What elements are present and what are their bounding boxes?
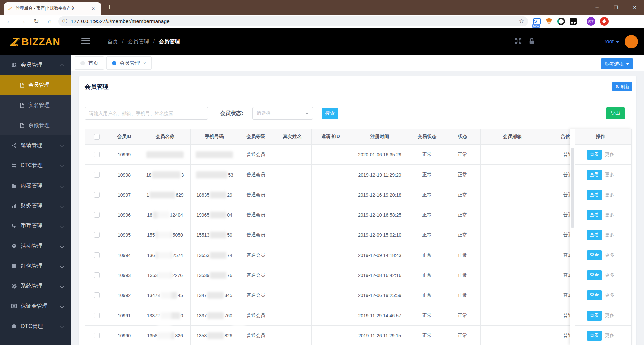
more-link[interactable]: 更多 (605, 172, 614, 178)
sidebar-item-invite-manage[interactable]: 邀请管理 (0, 135, 71, 155)
tag-home[interactable]: 首页 (75, 56, 104, 70)
chevron-down-icon (61, 323, 63, 329)
action-cell: 查看更多 (570, 225, 632, 245)
user-avatar[interactable] (625, 35, 638, 48)
new-tab-button[interactable]: + (107, 3, 112, 11)
search-button[interactable]: 搜索 (322, 108, 338, 119)
sidebar-item-ctc-manage[interactable]: CTC管理 (0, 155, 71, 176)
row-checkbox[interactable] (94, 252, 100, 258)
fullscreen-icon[interactable] (515, 37, 522, 46)
file-icon (19, 102, 25, 108)
profile-avatar[interactable]: 贤军 (587, 17, 595, 26)
more-link[interactable]: 更多 (605, 252, 614, 258)
address-bar[interactable]: ⓘ 127.0.0.1:9527/#/member/membermanage ☆ (58, 16, 528, 26)
row-checkbox[interactable] (94, 333, 100, 338)
more-link[interactable]: 更多 (605, 192, 614, 198)
inviter-id (312, 305, 350, 325)
row-checkbox[interactable] (94, 152, 100, 157)
more-link[interactable]: 更多 (605, 152, 614, 158)
briefcase-icon (11, 324, 17, 329)
user-menu[interactable]: root (604, 39, 619, 45)
bookmark-star-icon[interactable]: ☆ (519, 18, 524, 25)
sidebar-item-otc-manage[interactable]: OTC管理 (0, 316, 71, 336)
sidebar-item-activity-manage[interactable]: 活动管理 (0, 236, 71, 256)
sidebar-item-content-manage[interactable]: 内容管理 (0, 176, 71, 196)
reload-icon[interactable]: ↻ (30, 17, 43, 25)
sidebar-item-redpacket-manage[interactable]: 红包管理 (0, 256, 71, 276)
member-email (481, 245, 544, 265)
restore-button[interactable]: ❐ (606, 5, 625, 10)
more-link[interactable]: 更多 (605, 272, 614, 278)
sidebar-subitem-member-manage[interactable]: 会员管理 (0, 75, 71, 95)
search-input[interactable] (85, 107, 208, 120)
sidebar-item-margin-manage[interactable]: 保证金管理 (0, 296, 71, 316)
view-button[interactable]: 查看 (587, 190, 602, 200)
view-button[interactable]: 查看 (587, 230, 602, 240)
metamask-fox-icon[interactable] (545, 18, 553, 25)
partner-level: 普通 (544, 205, 570, 225)
bizzan-logo[interactable]: Z BIZZAN (0, 28, 71, 55)
tag-options-button[interactable]: 标签选项 (601, 58, 633, 69)
select-all-checkbox[interactable] (94, 134, 100, 140)
site-info-icon[interactable]: ⓘ (62, 18, 67, 24)
more-link[interactable]: 更多 (605, 313, 614, 319)
view-button[interactable]: 查看 (587, 270, 602, 280)
member-name: 1555050 (140, 225, 191, 245)
row-checkbox[interactable] (94, 313, 100, 318)
close-window-button[interactable]: ✕ (625, 5, 644, 10)
view-button[interactable]: 查看 (587, 170, 602, 180)
browser-tab[interactable]: Z 管理后台 - 币严|全球数字资产交 ✕ (4, 2, 101, 15)
status-select[interactable]: 请选择 (252, 107, 313, 120)
minimize-button[interactable]: ─ (588, 5, 606, 10)
view-button[interactable]: 查看 (587, 210, 602, 220)
breadcrumb-home[interactable]: 首页 (107, 38, 118, 45)
row-checkbox[interactable] (94, 232, 100, 238)
lock-icon[interactable] (528, 37, 535, 46)
member-name (140, 145, 191, 164)
extension-s-icon[interactable]: S New (533, 18, 541, 25)
trade-status: 正常 (410, 165, 444, 185)
tag-close-icon[interactable]: × (143, 61, 146, 66)
row-checkbox[interactable] (94, 192, 100, 198)
tag-member-manage[interactable]: 会员管理 × (106, 56, 152, 70)
menu-toggle-icon[interactable] (81, 38, 90, 44)
view-button[interactable]: 查看 (587, 290, 602, 300)
chevron-down-icon (61, 263, 63, 269)
status: 正常 (444, 165, 481, 185)
row-checkbox[interactable] (94, 172, 100, 178)
view-button[interactable]: 查看 (587, 250, 602, 260)
partner-level: 普通 (544, 326, 570, 345)
sidebar-subitem-realname-manage[interactable]: 实名管理 (0, 95, 71, 115)
view-button[interactable]: 查看 (587, 150, 602, 160)
table-scrollbar-thumb[interactable] (571, 148, 574, 228)
row-checkbox[interactable] (94, 212, 100, 218)
sidebar-subitem-balance-manage[interactable]: 余额管理 (0, 115, 71, 135)
row-checkbox[interactable] (94, 292, 100, 298)
more-link[interactable]: 更多 (605, 232, 614, 238)
back-icon[interactable]: ← (3, 18, 16, 25)
view-button[interactable]: 查看 (587, 310, 602, 321)
export-button[interactable]: 导出 (606, 107, 625, 119)
more-link[interactable]: 更多 (605, 333, 614, 339)
sidebar-item-label: 邀请管理 (21, 142, 42, 149)
forward-icon[interactable]: → (16, 18, 30, 25)
column-header: 交易状态 (410, 129, 444, 144)
refresh-button[interactable]: ↻ 刷新 (612, 82, 632, 91)
row-checkbox[interactable] (94, 272, 100, 278)
tab-close-icon[interactable]: ✕ (92, 6, 95, 11)
more-link[interactable]: 更多 (605, 292, 614, 298)
table-scrollbar-track[interactable] (570, 129, 575, 345)
breadcrumb-section[interactable]: 会员管理 (127, 38, 149, 45)
home-icon[interactable]: ⌂ (43, 18, 56, 25)
circle-extension-icon[interactable] (557, 18, 565, 25)
sidebar-item-finance-manage[interactable]: 财务管理 (0, 196, 71, 216)
browser-update-icon[interactable] (600, 17, 609, 26)
table-scroll-area[interactable]: 会员ID会员名称手机号码会员等级真实姓名邀请者ID注册时间交易状态状态会员邮箱合… (85, 129, 570, 345)
more-link[interactable]: 更多 (605, 212, 614, 218)
sidebar-item-member-manage[interactable]: 会员管理 (0, 55, 71, 75)
dots-extension-icon[interactable] (570, 18, 577, 25)
censored-text (150, 192, 175, 198)
view-button[interactable]: 查看 (587, 331, 602, 341)
sidebar-item-coin-manage[interactable]: 币币管理 (0, 216, 71, 236)
sidebar-item-system-manage[interactable]: 系统管理 (0, 276, 71, 296)
